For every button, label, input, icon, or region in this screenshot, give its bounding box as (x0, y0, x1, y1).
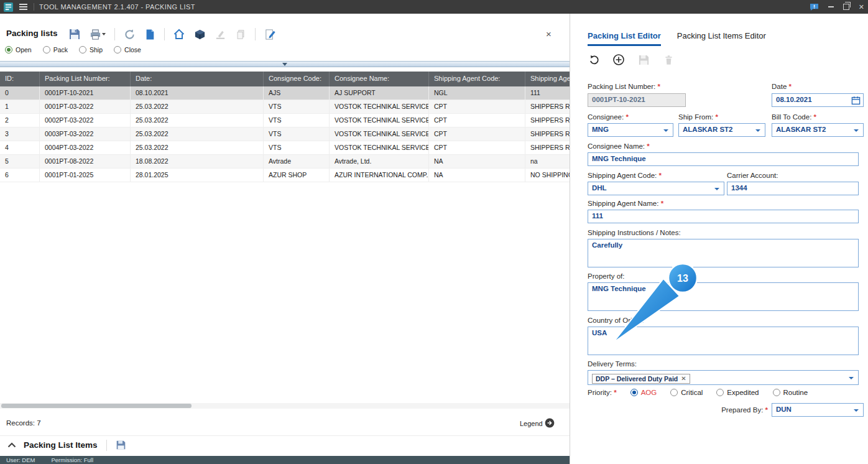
package-button[interactable] (192, 27, 207, 42)
shipping-agent-code-dropdown[interactable]: DHL (588, 182, 724, 195)
save-button[interactable] (67, 27, 82, 42)
grid-cell: Avtrade, Ltd. (330, 155, 429, 168)
grid-header-cell[interactable]: Shipping Age (525, 72, 570, 86)
editor-delete-button[interactable] (661, 52, 676, 67)
filter-close[interactable]: Close (114, 46, 141, 53)
shipping-agent-code-label: Shipping Agent Code: (588, 172, 662, 179)
table-row[interactable]: 50001PT-08-202218.08.2022AvtradeAvtrade,… (0, 155, 570, 169)
calendar-icon[interactable] (851, 96, 861, 106)
table-row[interactable]: 60001PT-01-202528.01.2025AZUR SHOPAZUR I… (0, 169, 570, 182)
grid-cell: VTS (264, 128, 330, 141)
refresh-icon (588, 54, 600, 66)
horizontal-scrollbar-track[interactable] (0, 403, 570, 409)
chip-remove-icon[interactable]: ✕ (681, 375, 686, 382)
grid-header-cell[interactable]: Consignee Name: (330, 72, 429, 86)
radio-routine-icon (773, 389, 780, 396)
printer-icon (90, 29, 101, 40)
chevron-up-icon (7, 442, 16, 448)
priority-critical[interactable]: Critical (670, 389, 703, 396)
grid-splitter[interactable] (0, 61, 570, 67)
filter-ship[interactable]: Ship (79, 46, 103, 53)
refresh-button[interactable] (122, 27, 137, 42)
filter-pack[interactable]: Pack (43, 46, 68, 53)
edit-button[interactable] (262, 27, 277, 42)
grid-cell: 08.10.2021 (131, 86, 264, 100)
menu-icon[interactable] (18, 2, 29, 11)
restore-button[interactable] (843, 4, 849, 10)
items-save-button[interactable] (116, 440, 126, 450)
delivery-terms-chip-label: DDP – Delivered Duty Paid (596, 375, 678, 383)
priority-routine[interactable]: Routine (773, 389, 808, 396)
editor-refresh-button[interactable] (586, 52, 601, 67)
status-filter-group: Open Pack Ship Close (5, 46, 141, 53)
close-panel-button[interactable]: × (546, 29, 552, 39)
grid-cell: VOSTOK TECHNIKAL SERVICES (330, 114, 429, 127)
statusbar-permission: Permission: Full (51, 457, 93, 463)
copy-button[interactable] (233, 27, 248, 42)
minimize-button[interactable] (828, 6, 834, 7)
grid-cell: 25.03.2022 (131, 141, 264, 154)
horizontal-scrollbar-thumb[interactable] (1, 404, 192, 408)
grid-cell: 18.08.2022 (131, 155, 264, 168)
titlebar: TOOL MANAGEMENT 2.1.407 - PACKING LIST ✕ (0, 0, 868, 14)
ship-from-dropdown[interactable]: ALASKAR ST2 (678, 123, 765, 137)
grid-cell: NA (429, 155, 525, 168)
editor-add-button[interactable] (611, 52, 626, 67)
grid-cell: 25.03.2022 (131, 114, 264, 127)
table-row[interactable]: 40004PT-03-202225.03.2022VTSVOSTOK TECHN… (0, 141, 570, 155)
priority-group: Priority: AOG Critical Expedited Routine (588, 389, 808, 396)
prepared-by-dropdown[interactable]: DUN (772, 403, 864, 417)
print-button[interactable] (88, 27, 108, 42)
bill-to-code-dropdown[interactable]: ALASKAR ST2 (772, 123, 864, 137)
tab-packing-list-editor[interactable]: Packing List Editor (588, 31, 661, 46)
priority-aog[interactable]: AOG (630, 389, 657, 396)
editor-save-button[interactable] (636, 52, 651, 67)
priority-critical-label: Critical (681, 389, 703, 396)
grid-cell: SHIPPERS RESPO (525, 128, 570, 141)
new-document-icon (144, 29, 155, 40)
table-row[interactable]: 30003PT-03-202225.03.2022VTSVOSTOK TECHN… (0, 128, 570, 141)
grid-header: ID:Packing List Number:Date:Consignee Co… (0, 72, 570, 86)
copy-icon (235, 29, 246, 40)
table-row[interactable]: 00001PT-10-202108.10.2021AJSAJ SUPPORTNG… (0, 86, 570, 100)
bill-to-code-label: Bill To Code: (772, 113, 816, 121)
table-row[interactable]: 10001PT-03-202225.03.2022VTSVOSTOK TECHN… (0, 100, 570, 114)
grid-body: 00001PT-10-202108.10.2021AJSAJ SUPPORTNG… (0, 86, 570, 182)
feedback-icon[interactable] (810, 3, 819, 11)
packing-lists-toolbar (67, 26, 277, 43)
carrier-account-field[interactable]: 1344 (727, 182, 859, 195)
priority-expedited[interactable]: Expedited (716, 389, 759, 396)
close-button[interactable]: ✕ (859, 3, 864, 11)
grid-header-cell[interactable]: Shipping Agent Code: (429, 72, 525, 86)
country-of-origin-field[interactable]: USA (588, 327, 859, 355)
consignee-label: Consignee: (588, 113, 629, 121)
window-title: TOOL MANAGEMENT 2.1.407 - PACKING LIST (39, 3, 195, 11)
country-of-origin-label: Country of Origin: (588, 317, 644, 324)
date-field[interactable]: 08.10.2021 (772, 93, 864, 107)
grid-header-cell[interactable]: Packing List Number: (40, 72, 131, 86)
floppy-icon (638, 54, 650, 66)
packing-list-items-section: Packing List Items (0, 435, 570, 454)
grid-cell: 6 (0, 169, 40, 182)
legend-button[interactable] (545, 418, 555, 430)
consignee-name-field[interactable]: MNG Technique (588, 152, 859, 166)
grid-header-cell[interactable]: Consignee Code: (264, 72, 330, 86)
collapse-items-button[interactable] (7, 442, 16, 448)
home-button[interactable] (172, 27, 187, 42)
consignee-dropdown[interactable]: MNG (588, 123, 673, 137)
table-row[interactable]: 20002PT-03-202225.03.2022VTSVOSTOK TECHN… (0, 114, 570, 128)
shipping-instructions-field[interactable]: Carefully (588, 239, 859, 267)
filter-open[interactable]: Open (5, 46, 32, 53)
grid-header-cell[interactable]: Date: (131, 72, 264, 86)
grid-cell: VTS (264, 141, 330, 154)
grid-cell: VOSTOK TECHNIKAL SERVICES (330, 128, 429, 141)
grid-header-cell[interactable]: ID: (0, 72, 40, 86)
sign-button[interactable] (213, 27, 228, 42)
property-of-field[interactable]: MNG Technique (588, 282, 859, 311)
shipping-agent-name-field[interactable]: 111 (588, 210, 859, 223)
new-document-button[interactable] (142, 27, 157, 42)
filter-open-label: Open (16, 46, 32, 53)
delivery-terms-dropdown[interactable]: DDP – Delivered Duty Paid ✕ (588, 370, 859, 385)
tab-packing-list-items-editor[interactable]: Packing List Items Editor (677, 31, 766, 46)
grid-cell: 0001PT-10-2021 (40, 86, 131, 100)
